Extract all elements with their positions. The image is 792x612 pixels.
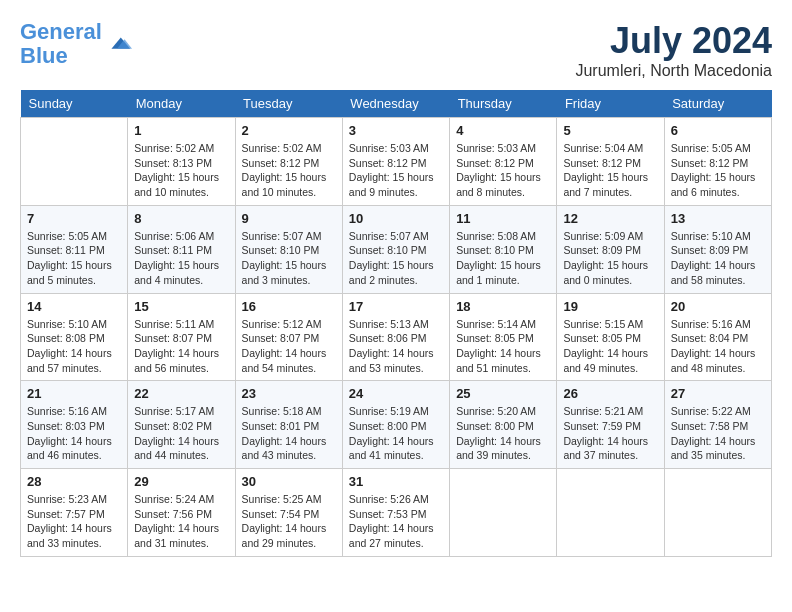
day-number: 4 (456, 123, 550, 138)
calendar-week-row: 21Sunrise: 5:16 AMSunset: 8:03 PMDayligh… (21, 381, 772, 469)
month-year: July 2024 (575, 20, 772, 62)
calendar-day-cell: 14Sunrise: 5:10 AMSunset: 8:08 PMDayligh… (21, 293, 128, 381)
day-info: Sunrise: 5:12 AMSunset: 8:07 PMDaylight:… (242, 317, 336, 376)
day-number: 1 (134, 123, 228, 138)
calendar-week-row: 14Sunrise: 5:10 AMSunset: 8:08 PMDayligh… (21, 293, 772, 381)
calendar-day-cell: 30Sunrise: 5:25 AMSunset: 7:54 PMDayligh… (235, 469, 342, 557)
calendar-day-cell: 6Sunrise: 5:05 AMSunset: 8:12 PMDaylight… (664, 118, 771, 206)
day-info: Sunrise: 5:19 AMSunset: 8:00 PMDaylight:… (349, 404, 443, 463)
day-of-week-header: Friday (557, 90, 664, 118)
day-number: 27 (671, 386, 765, 401)
page-header: GeneralBlue July 2024 Jurumleri, North M… (20, 20, 772, 80)
day-number: 22 (134, 386, 228, 401)
day-info: Sunrise: 5:09 AMSunset: 8:09 PMDaylight:… (563, 229, 657, 288)
day-number: 8 (134, 211, 228, 226)
calendar-day-cell (450, 469, 557, 557)
calendar-day-cell: 19Sunrise: 5:15 AMSunset: 8:05 PMDayligh… (557, 293, 664, 381)
day-number: 16 (242, 299, 336, 314)
calendar-header-row: SundayMondayTuesdayWednesdayThursdayFrid… (21, 90, 772, 118)
day-number: 30 (242, 474, 336, 489)
day-number: 19 (563, 299, 657, 314)
day-number: 15 (134, 299, 228, 314)
day-number: 29 (134, 474, 228, 489)
day-number: 2 (242, 123, 336, 138)
day-info: Sunrise: 5:13 AMSunset: 8:06 PMDaylight:… (349, 317, 443, 376)
day-info: Sunrise: 5:10 AMSunset: 8:08 PMDaylight:… (27, 317, 121, 376)
day-info: Sunrise: 5:16 AMSunset: 8:03 PMDaylight:… (27, 404, 121, 463)
day-info: Sunrise: 5:02 AMSunset: 8:13 PMDaylight:… (134, 141, 228, 200)
calendar-week-row: 28Sunrise: 5:23 AMSunset: 7:57 PMDayligh… (21, 469, 772, 557)
day-info: Sunrise: 5:08 AMSunset: 8:10 PMDaylight:… (456, 229, 550, 288)
day-number: 28 (27, 474, 121, 489)
day-of-week-header: Sunday (21, 90, 128, 118)
calendar-day-cell: 24Sunrise: 5:19 AMSunset: 8:00 PMDayligh… (342, 381, 449, 469)
day-number: 9 (242, 211, 336, 226)
day-info: Sunrise: 5:21 AMSunset: 7:59 PMDaylight:… (563, 404, 657, 463)
calendar-week-row: 1Sunrise: 5:02 AMSunset: 8:13 PMDaylight… (21, 118, 772, 206)
day-number: 25 (456, 386, 550, 401)
calendar-day-cell: 21Sunrise: 5:16 AMSunset: 8:03 PMDayligh… (21, 381, 128, 469)
day-number: 20 (671, 299, 765, 314)
calendar-day-cell: 10Sunrise: 5:07 AMSunset: 8:10 PMDayligh… (342, 205, 449, 293)
calendar-table: SundayMondayTuesdayWednesdayThursdayFrid… (20, 90, 772, 557)
day-number: 18 (456, 299, 550, 314)
logo: GeneralBlue (20, 20, 132, 68)
day-of-week-header: Tuesday (235, 90, 342, 118)
day-info: Sunrise: 5:26 AMSunset: 7:53 PMDaylight:… (349, 492, 443, 551)
calendar-day-cell: 13Sunrise: 5:10 AMSunset: 8:09 PMDayligh… (664, 205, 771, 293)
calendar-day-cell: 26Sunrise: 5:21 AMSunset: 7:59 PMDayligh… (557, 381, 664, 469)
day-number: 11 (456, 211, 550, 226)
day-info: Sunrise: 5:24 AMSunset: 7:56 PMDaylight:… (134, 492, 228, 551)
calendar-day-cell: 20Sunrise: 5:16 AMSunset: 8:04 PMDayligh… (664, 293, 771, 381)
calendar-day-cell: 31Sunrise: 5:26 AMSunset: 7:53 PMDayligh… (342, 469, 449, 557)
day-info: Sunrise: 5:25 AMSunset: 7:54 PMDaylight:… (242, 492, 336, 551)
day-info: Sunrise: 5:18 AMSunset: 8:01 PMDaylight:… (242, 404, 336, 463)
location: Jurumleri, North Macedonia (575, 62, 772, 80)
day-info: Sunrise: 5:03 AMSunset: 8:12 PMDaylight:… (349, 141, 443, 200)
day-info: Sunrise: 5:05 AMSunset: 8:11 PMDaylight:… (27, 229, 121, 288)
day-info: Sunrise: 5:16 AMSunset: 8:04 PMDaylight:… (671, 317, 765, 376)
day-number: 17 (349, 299, 443, 314)
day-info: Sunrise: 5:06 AMSunset: 8:11 PMDaylight:… (134, 229, 228, 288)
day-number: 7 (27, 211, 121, 226)
day-info: Sunrise: 5:07 AMSunset: 8:10 PMDaylight:… (349, 229, 443, 288)
day-number: 5 (563, 123, 657, 138)
day-info: Sunrise: 5:03 AMSunset: 8:12 PMDaylight:… (456, 141, 550, 200)
day-number: 3 (349, 123, 443, 138)
day-of-week-header: Wednesday (342, 90, 449, 118)
calendar-day-cell: 12Sunrise: 5:09 AMSunset: 8:09 PMDayligh… (557, 205, 664, 293)
calendar-day-cell: 4Sunrise: 5:03 AMSunset: 8:12 PMDaylight… (450, 118, 557, 206)
calendar-week-row: 7Sunrise: 5:05 AMSunset: 8:11 PMDaylight… (21, 205, 772, 293)
calendar-day-cell: 16Sunrise: 5:12 AMSunset: 8:07 PMDayligh… (235, 293, 342, 381)
logo-icon (104, 30, 132, 58)
day-info: Sunrise: 5:17 AMSunset: 8:02 PMDaylight:… (134, 404, 228, 463)
day-number: 24 (349, 386, 443, 401)
day-of-week-header: Monday (128, 90, 235, 118)
day-info: Sunrise: 5:23 AMSunset: 7:57 PMDaylight:… (27, 492, 121, 551)
calendar-day-cell: 7Sunrise: 5:05 AMSunset: 8:11 PMDaylight… (21, 205, 128, 293)
calendar-day-cell (664, 469, 771, 557)
day-info: Sunrise: 5:04 AMSunset: 8:12 PMDaylight:… (563, 141, 657, 200)
day-number: 21 (27, 386, 121, 401)
calendar-day-cell: 27Sunrise: 5:22 AMSunset: 7:58 PMDayligh… (664, 381, 771, 469)
day-of-week-header: Saturday (664, 90, 771, 118)
calendar-day-cell: 29Sunrise: 5:24 AMSunset: 7:56 PMDayligh… (128, 469, 235, 557)
day-info: Sunrise: 5:10 AMSunset: 8:09 PMDaylight:… (671, 229, 765, 288)
calendar-day-cell: 23Sunrise: 5:18 AMSunset: 8:01 PMDayligh… (235, 381, 342, 469)
day-number: 14 (27, 299, 121, 314)
calendar-day-cell: 15Sunrise: 5:11 AMSunset: 8:07 PMDayligh… (128, 293, 235, 381)
day-info: Sunrise: 5:15 AMSunset: 8:05 PMDaylight:… (563, 317, 657, 376)
calendar-day-cell (21, 118, 128, 206)
day-number: 23 (242, 386, 336, 401)
day-info: Sunrise: 5:05 AMSunset: 8:12 PMDaylight:… (671, 141, 765, 200)
calendar-day-cell: 5Sunrise: 5:04 AMSunset: 8:12 PMDaylight… (557, 118, 664, 206)
calendar-day-cell: 18Sunrise: 5:14 AMSunset: 8:05 PMDayligh… (450, 293, 557, 381)
day-info: Sunrise: 5:02 AMSunset: 8:12 PMDaylight:… (242, 141, 336, 200)
calendar-day-cell: 8Sunrise: 5:06 AMSunset: 8:11 PMDaylight… (128, 205, 235, 293)
calendar-day-cell: 2Sunrise: 5:02 AMSunset: 8:12 PMDaylight… (235, 118, 342, 206)
calendar-day-cell: 1Sunrise: 5:02 AMSunset: 8:13 PMDaylight… (128, 118, 235, 206)
calendar-day-cell (557, 469, 664, 557)
day-number: 6 (671, 123, 765, 138)
day-number: 10 (349, 211, 443, 226)
day-info: Sunrise: 5:11 AMSunset: 8:07 PMDaylight:… (134, 317, 228, 376)
